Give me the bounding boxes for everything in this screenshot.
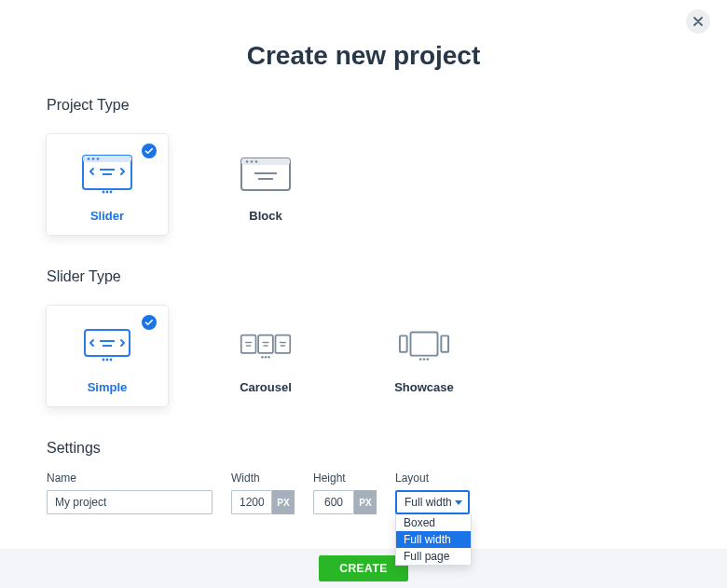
- svg-point-15: [255, 160, 258, 163]
- layout-option-fullwidth[interactable]: Full width: [396, 531, 471, 548]
- check-icon: [142, 315, 157, 330]
- layout-label: Layout: [395, 472, 470, 485]
- layout-select[interactable]: Full width Boxed Full width Full page: [395, 490, 470, 514]
- svg-point-42: [427, 358, 430, 361]
- chevron-down-icon: [455, 500, 462, 505]
- close-icon: [693, 17, 703, 26]
- svg-point-40: [419, 358, 422, 361]
- name-input[interactable]: [47, 490, 213, 514]
- block-icon: [240, 153, 292, 196]
- layout-dropdown-menu: Boxed Full width Full page: [395, 514, 472, 566]
- project-type-label: Block: [249, 209, 281, 223]
- layout-option-boxed[interactable]: Boxed: [396, 514, 471, 531]
- svg-rect-27: [276, 335, 291, 352]
- svg-rect-38: [411, 332, 438, 355]
- svg-rect-39: [441, 335, 448, 351]
- slider-type-showcase[interactable]: Showcase: [364, 306, 485, 406]
- svg-point-36: [267, 356, 269, 358]
- field-layout: Layout Full width Boxed Full width Full …: [395, 472, 470, 514]
- field-width: Width PX: [231, 472, 295, 514]
- slider-type-simple[interactable]: Simple: [47, 306, 168, 406]
- svg-point-13: [246, 160, 249, 163]
- svg-point-22: [103, 358, 105, 361]
- width-input[interactable]: [231, 490, 272, 514]
- svg-point-35: [265, 356, 267, 358]
- close-button[interactable]: [686, 9, 710, 34]
- height-label: Height: [313, 472, 377, 485]
- svg-rect-2: [83, 156, 131, 162]
- svg-point-10: [110, 190, 113, 193]
- slider-type-carousel[interactable]: Carousel: [205, 306, 326, 406]
- slider-icon: [81, 153, 133, 196]
- page-title: Create new project: [0, 41, 727, 71]
- svg-point-8: [103, 190, 105, 193]
- carousel-icon: [240, 324, 292, 367]
- height-unit: PX: [354, 490, 377, 514]
- svg-point-3: [88, 157, 90, 160]
- project-type-block[interactable]: Block: [205, 134, 326, 235]
- svg-point-34: [261, 356, 263, 358]
- svg-point-4: [92, 157, 95, 160]
- svg-point-5: [97, 157, 100, 160]
- svg-point-23: [106, 358, 109, 361]
- svg-point-24: [110, 358, 113, 361]
- simple-slider-icon: [81, 324, 133, 367]
- section-slider-type-title: Slider Type: [47, 268, 680, 285]
- svg-rect-37: [400, 335, 407, 351]
- section-project-type-title: Project Type: [47, 97, 680, 114]
- svg-rect-25: [241, 335, 256, 352]
- project-type-label: Slider: [90, 209, 124, 223]
- slider-type-label: Showcase: [394, 380, 454, 394]
- field-name: Name: [47, 472, 213, 514]
- slider-type-label: Simple: [88, 380, 128, 394]
- name-label: Name: [47, 472, 213, 485]
- layout-value: Full width: [405, 496, 452, 509]
- height-input[interactable]: [313, 490, 354, 514]
- showcase-icon: [398, 324, 450, 367]
- field-height: Height PX: [313, 472, 377, 514]
- settings-row: Name Width PX Height PX Layout Full widt…: [47, 472, 680, 514]
- slider-type-row: Simple Carousel: [47, 306, 680, 406]
- layout-option-fullpage[interactable]: Full page: [396, 548, 471, 565]
- width-label: Width: [231, 472, 295, 485]
- project-type-slider[interactable]: Slider: [47, 134, 168, 235]
- project-type-row: Slider Block: [47, 134, 680, 235]
- svg-point-9: [106, 190, 109, 193]
- check-icon: [142, 144, 157, 158]
- section-settings-title: Settings: [47, 440, 680, 457]
- svg-rect-26: [258, 335, 273, 352]
- svg-point-14: [251, 160, 254, 163]
- svg-rect-12: [241, 158, 290, 165]
- width-unit: PX: [272, 490, 295, 514]
- slider-type-label: Carousel: [240, 380, 292, 394]
- footer: CREATE: [0, 549, 727, 588]
- svg-point-41: [423, 358, 426, 361]
